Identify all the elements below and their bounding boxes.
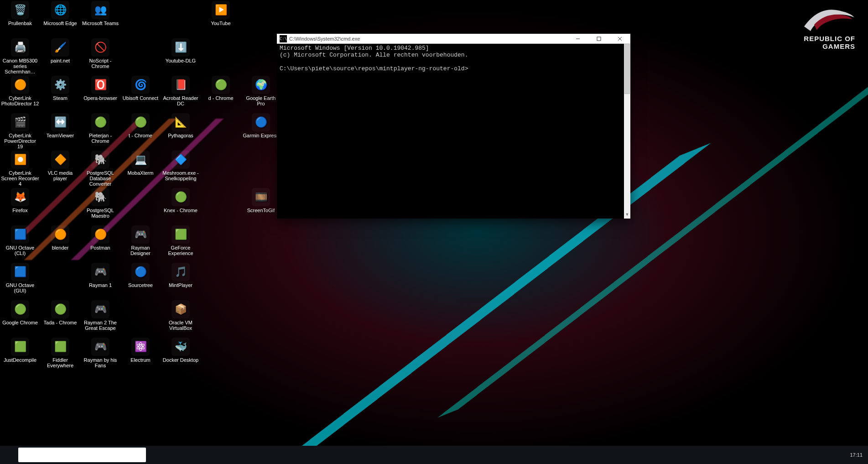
app-icon: 🟩 [172,225,190,244]
desktop-icon[interactable]: 🎮Rayman by his Fans [80,337,120,374]
desktop-icon[interactable]: 🖌️paint.net [40,37,80,75]
app-icon: ⚛️ [131,338,150,356]
app-icon: 🎬 [11,113,29,131]
desktop-icon[interactable]: 🔵Garmin Express [241,112,281,150]
desktop-icon[interactable]: 🌀Ubisoft Connect [120,75,161,112]
desktop-icon-label: TeamViewer [47,133,74,138]
desktop-icon[interactable]: 🟢d - Chrome [201,75,241,112]
desktop-icon[interactable]: 🐳Docker Desktop [161,337,201,374]
rog-text-2: GAMERS [773,42,855,50]
app-icon: 🔷 [172,151,190,169]
maximize-button[interactable] [588,34,609,44]
desktop-icon[interactable]: 🔷Meshroom.exe - Snelkoppeling [161,150,201,187]
taskbar-search[interactable] [18,448,146,462]
app-icon: 🖌️ [51,38,69,57]
desktop-icon[interactable]: 🖨️Canon MB5300 series Schermhan… [0,37,40,75]
desktop-icon-label: JustDecompile [4,357,36,363]
desktop-icon[interactable]: 🟠Postman [80,224,120,262]
cmd-body[interactable]: Microsoft Windows [Version 10.0.19042.98… [277,44,624,219]
minimize-button[interactable] [567,34,588,44]
desktop-icon[interactable]: 🎵MintPlayer [161,262,201,299]
desktop-icon[interactable]: 📦Oracle VM VirtualBox [161,299,201,337]
scroll-thumb[interactable] [624,44,630,94]
desktop-icon[interactable]: 🟦GNU Octave (GUI) [0,262,40,299]
desktop-icon-label: Canon MB5300 series Schermhan… [1,58,39,74]
close-button[interactable] [609,34,630,44]
app-icon: 🟠 [11,76,29,94]
scroll-down-icon[interactable]: ▼ [624,212,630,219]
app-icon: 🎮 [91,263,109,281]
desktop-icon[interactable]: 💻MobaXterm [120,150,161,187]
app-icon: 🔶 [51,151,69,169]
desktop-icon[interactable]: 🌍Google Earth Pro [241,75,281,112]
desktop-icon-label: Fiddler Everywhere [41,357,79,368]
desktop-icon[interactable]: 🎮Rayman 2 The Great Escape [80,299,120,337]
desktop-icon[interactable]: 🟢Pieterjan - Chrome [80,112,120,150]
desktop-icon[interactable]: ⚙️Steam [40,75,80,112]
app-icon: 🟦 [11,263,29,281]
desktop-icon[interactable]: 👥Microsoft Teams [80,0,120,37]
desktop-icon-label: MintPlayer [169,282,192,288]
desktop-icon[interactable]: ▶️YouTube [201,0,241,37]
cmd-line-copyright: (c) Microsoft Corporation. Alle rechten … [280,52,468,58]
cmd-icon: C:\ [280,35,287,42]
desktop-icon[interactable]: 🔶VLC media player [40,150,80,187]
app-icon: 🐘 [91,151,109,169]
desktop-icon[interactable]: 🚫NoScript - Chrome [80,37,120,75]
app-icon: ↔️ [51,113,69,131]
desktop-icon-label: Prullenbak [8,21,32,26]
desktop-icon[interactable]: 📐Pythagoras [161,112,201,150]
desktop-icon[interactable]: 🗑️Prullenbak [0,0,40,37]
desktop-icon[interactable]: 📕Acrobat Reader DC [161,75,201,112]
desktop-icon[interactable]: 🐘PostgreSQL Maestro [80,187,120,224]
desktop-icon[interactable]: 🟠blender [40,224,80,262]
cmd-title-text: C:\Windows\System32\cmd.exe [289,36,567,42]
desktop-icon[interactable]: 🟩Fiddler Everywhere [40,337,80,374]
desktop-icon[interactable]: 🅾️Opera-browser [80,75,120,112]
app-icon: 🗑️ [11,1,29,19]
app-icon: 🎮 [91,338,109,356]
app-icon: 🐘 [91,188,109,206]
app-icon: 🟢 [11,300,29,318]
taskbar[interactable]: 17:11 [0,446,868,464]
desktop-icon[interactable]: 🟢Tada - Chrome [40,299,80,337]
app-icon: 🟢 [51,300,69,318]
app-icon: 🎮 [131,225,150,244]
desktop-icon[interactable]: 🐘PostgreSQL Database Converter [80,150,120,187]
app-icon: 🟢 [131,113,150,131]
desktop-icon[interactable]: ⬇️Youtube-DLG [161,37,201,75]
cmd-scrollbar[interactable]: ▲ ▼ [624,44,630,219]
desktop-icon[interactable]: 🟩JustDecompile [0,337,40,374]
desktop-icon[interactable]: 🦊Firefox [0,187,40,224]
desktop-icon[interactable]: 🌐Microsoft Edge [40,0,80,37]
desktop-icon[interactable]: ⚛️Electrum [120,337,161,374]
desktop-icon-label: CyberLink PhotoDirector 12 [1,95,39,106]
svg-rect-1 [597,37,601,41]
desktop-icon[interactable]: 🎞️ScreenToGif [241,187,281,224]
desktop-icon[interactable]: 🎬CyberLink PowerDirector 19 [0,112,40,150]
desktop-icon-label: Postman [90,245,110,250]
desktop-icon-label: paint.net [51,58,70,63]
desktop-icon-label: YouTube [211,21,230,26]
app-icon: 🐳 [172,338,190,356]
desktop-icon[interactable]: 🟢Google Chrome [0,299,40,337]
desktop-icon[interactable]: 🎮Rayman 1 [80,262,120,299]
desktop-icon[interactable]: 🟩GeForce Experience [161,224,201,262]
desktop-icon-label: GNU Octave (GUI) [1,282,39,293]
desktop-icon-label: VLC media player [41,170,79,181]
desktop-icon[interactable]: ⏺️CyberLink Screen Recorder 4 [0,150,40,187]
desktop-icon[interactable]: 🟠CyberLink PhotoDirector 12 [0,75,40,112]
app-icon: 🟢 [91,113,109,131]
desktop-icon-label: t - Chrome [129,133,152,138]
cmd-titlebar[interactable]: C:\ C:\Windows\System32\cmd.exe [277,34,630,44]
desktop-icon[interactable]: ↔️TeamViewer [40,112,80,150]
desktop-icon[interactable]: 🎮Rayman Designer [120,224,161,262]
desktop-icon[interactable]: 🟢Knex - Chrome [161,187,201,224]
desktop-icon[interactable]: 🟦GNU Octave (CLI) [0,224,40,262]
app-icon: 🔵 [252,113,270,131]
desktop-icon-label: Pythagoras [168,133,193,138]
desktop-icon[interactable]: 🟢t - Chrome [120,112,161,150]
app-icon: ⬇️ [172,38,190,57]
desktop-icon[interactable]: 🔵Sourcetree [120,262,161,299]
app-icon: ⏺️ [11,151,29,169]
